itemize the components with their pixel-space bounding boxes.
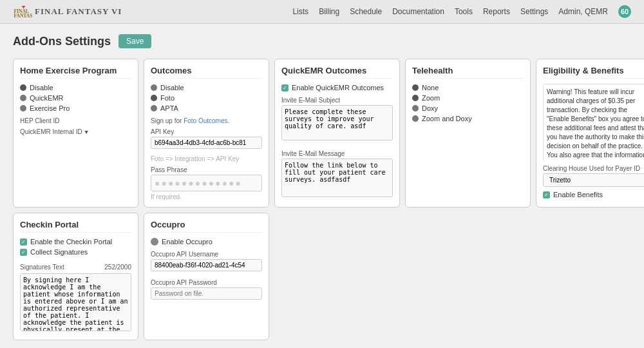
invite-subject-input[interactable]: Please complete these surveys to improve…	[281, 105, 393, 140]
api-key-label: API Key	[151, 128, 262, 135]
save-button[interactable]: Save	[118, 34, 151, 48]
pass-phrase-hint: If required.	[151, 193, 262, 200]
foto-hint: Foto => Integration => API Key	[151, 155, 262, 162]
enable-checkin-checkbox[interactable]: ✓	[20, 238, 27, 246]
nav-admin[interactable]: Admin, QEMR	[558, 7, 608, 16]
outcomes-foto-option[interactable]: Foto	[151, 94, 262, 102]
occupro-card: Occupro Enable Occupro Occupro API Usern…	[144, 213, 269, 340]
char-count: 252/2000	[104, 264, 131, 271]
header: FINAL FANTASY VI FINAL FANTASY VI Lists …	[0, 0, 644, 24]
nav-tools[interactable]: Tools	[455, 7, 473, 16]
telehealth-title: Telehealth	[412, 66, 524, 79]
eligibility-card: Eligibility & Benefits Warning! This fea…	[536, 59, 644, 208]
occupro-username-input[interactable]	[151, 259, 262, 271]
addons-grid: Home Exercise Program Disable QuickEMR E…	[13, 59, 631, 340]
occupro-toggle[interactable]	[151, 238, 158, 246]
checkin-title: Checkin Portal	[20, 220, 131, 233]
clearing-house-select[interactable]: Trizetto	[543, 173, 644, 187]
collect-signatures-label: Collect Signatures	[30, 248, 88, 256]
hep-disable-option[interactable]: Disable	[20, 84, 131, 92]
outcomes-disable-option[interactable]: Disable	[151, 84, 262, 92]
telehealth-doxy-option[interactable]: Doxy	[412, 104, 524, 112]
collect-signatures-checkbox[interactable]: ✓	[20, 249, 27, 256]
api-key-input[interactable]	[151, 137, 262, 149]
outcomes-apta-label: APTA	[160, 104, 178, 112]
logo-icon: FINAL FANTASY VI	[13, 5, 32, 18]
enable-benefits-option[interactable]: ✓ Enable Benefits	[543, 191, 644, 198]
quickemr-outcomes-card: QuickEMR Outcomes ✓ Enable QuickEMR Outc…	[274, 59, 400, 208]
outcomes-apta-radio	[151, 105, 157, 111]
hep-exercisepro-label: Exercise Pro	[30, 104, 70, 112]
enable-occupro-option[interactable]: Enable Occupro	[151, 238, 262, 246]
invite-message-input[interactable]: Follow the link below to fill out your p…	[281, 159, 393, 197]
telehealth-doxy-radio	[412, 105, 419, 111]
quickemr-internal-id-label: QuickEMR Internal ID ▼	[20, 128, 131, 135]
telehealth-zoomdoxy-radio	[412, 115, 419, 122]
empty-slot-5	[536, 213, 644, 340]
hep-exercisepro-option[interactable]: Exercise Pro	[20, 104, 131, 112]
eligibility-title: Eligibility & Benefits	[543, 66, 644, 79]
logo-text: FINAL FANTASY VI	[35, 6, 122, 17]
hep-client-id-label: HEP Client ID	[20, 117, 131, 124]
nav-billing[interactable]: Billing	[319, 7, 339, 16]
nav-badge: 60	[618, 5, 631, 18]
eligibility-warning: Warning! This feature will incur additio…	[547, 88, 644, 161]
nav-documentation[interactable]: Documentation	[392, 7, 444, 16]
foto-outcomes-link[interactable]: Foto Outcomes	[184, 117, 227, 124]
outcomes-title: Outcomes	[151, 66, 262, 79]
occupro-password-input[interactable]	[151, 287, 262, 300]
telehealth-zoom-label: Zoom	[422, 94, 440, 102]
telehealth-zoom-option[interactable]: Zoom	[412, 94, 524, 102]
nav-reports[interactable]: Reports	[483, 7, 510, 16]
pass-phrase-label: Pass Phrase	[151, 166, 262, 173]
nav-settings[interactable]: Settings	[520, 7, 548, 16]
collect-signatures-option[interactable]: ✓ Collect Signatures	[20, 248, 131, 256]
clearing-house-label: Clearing House Used for Payer ID	[543, 165, 644, 172]
telehealth-none-option[interactable]: None	[412, 84, 524, 92]
invite-subject-label: Invite E-Mail Subject	[281, 97, 393, 104]
telehealth-none-label: None	[422, 84, 439, 92]
telehealth-card: Telehealth None Zoom Doxy Zoom and Doxy	[405, 59, 531, 208]
hep-quickemr-label: QuickEMR	[30, 94, 64, 102]
nav-lists[interactable]: Lists	[292, 7, 308, 16]
home-exercise-card: Home Exercise Program Disable QuickEMR E…	[13, 59, 138, 208]
page: Add-Ons Settings Save Home Exercise Prog…	[0, 24, 644, 348]
signatures-textarea[interactable]: By signing here I acknowledge I am the p…	[20, 273, 131, 331]
telehealth-zoom-radio	[412, 95, 419, 101]
empty-slot-4	[405, 213, 531, 340]
enable-benefits-checkbox[interactable]: ✓	[543, 191, 550, 198]
home-exercise-options: Disable QuickEMR Exercise Pro	[20, 84, 131, 112]
signatures-header: Signatures Text 252/2000	[20, 260, 131, 272]
telehealth-zoomdoxy-label: Zoom and Doxy	[422, 115, 472, 122]
nav: Lists Billing Schedule Documentation Too…	[292, 5, 631, 18]
invite-message-label: Invite E-Mail Message	[281, 150, 393, 157]
hep-quickemr-option[interactable]: QuickEMR	[20, 94, 131, 102]
enable-quickemr-option[interactable]: ✓ Enable QuickEMR Outcomes	[281, 84, 393, 92]
enable-checkin-label: Enable the Checkin Portal	[30, 238, 112, 246]
outcomes-card: Outcomes Disable Foto APTA Sign up for F…	[144, 59, 269, 208]
nav-schedule[interactable]: Schedule	[350, 7, 382, 16]
outcomes-disable-radio	[151, 84, 157, 91]
outcomes-disable-label: Disable	[160, 84, 184, 92]
enable-checkin-option[interactable]: ✓ Enable the Checkin Portal	[20, 238, 131, 246]
outcomes-options: Disable Foto APTA	[151, 84, 262, 112]
outcomes-apta-option[interactable]: APTA	[151, 104, 262, 112]
hep-disable-label: Disable	[30, 84, 53, 92]
enable-quickemr-label: Enable QuickEMR Outcomes	[292, 84, 384, 92]
telehealth-doxy-label: Doxy	[422, 104, 438, 112]
occupro-title: Occupro	[151, 220, 262, 233]
signup-text: Sign up for Foto Outcomes.	[151, 117, 262, 124]
eligibility-scroll[interactable]: Warning! This feature will incur additio…	[543, 84, 644, 161]
telehealth-none-radio	[412, 84, 419, 91]
empty-slot-3	[274, 213, 400, 340]
telehealth-zoomdoxy-option[interactable]: Zoom and Doxy	[412, 115, 524, 122]
enable-quickemr-checkbox[interactable]: ✓	[281, 84, 289, 92]
quickemr-dropdown-icon[interactable]: ▼	[84, 129, 90, 135]
outcomes-foto-label: Foto	[160, 94, 175, 102]
outcomes-foto-radio	[151, 95, 157, 101]
quickemr-outcomes-title: QuickEMR Outcomes	[281, 66, 393, 79]
home-exercise-title: Home Exercise Program	[20, 66, 131, 79]
logo: FINAL FANTASY VI FINAL FANTASY VI	[13, 5, 122, 18]
occupro-username-label: Occupro API Username	[151, 251, 262, 258]
telehealth-options: None Zoom Doxy Zoom and Doxy	[412, 84, 524, 122]
